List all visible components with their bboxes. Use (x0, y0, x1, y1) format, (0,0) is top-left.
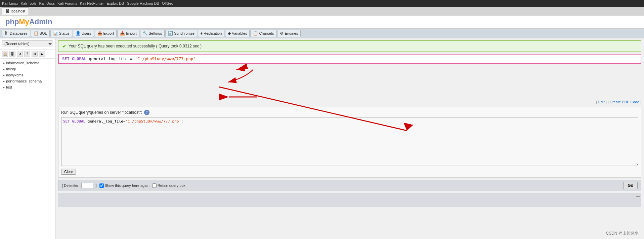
pma-main-content: ✔ Your SQL query has been executed succe… (55, 38, 644, 239)
collapse-btn[interactable]: — (636, 194, 640, 198)
sidebar-console-btn[interactable]: ▶ (39, 51, 45, 57)
sidebar-reload-btn[interactable]: ↺ (17, 51, 23, 57)
charsets-icon: 📋 (253, 31, 258, 36)
db-name-newyxcms: newyxcms (6, 73, 23, 77)
sidebar-db-newyxcms[interactable]: newyxcms (0, 72, 55, 78)
edit-link[interactable]: Edit (598, 100, 605, 104)
nav-databases-label: Databases (10, 31, 28, 35)
retain-query-checkbox[interactable] (152, 183, 157, 188)
query-help-button[interactable]: ? (144, 110, 149, 115)
sidebar-help-btn[interactable]: ? (24, 51, 30, 57)
users-icon: 👤 (76, 31, 81, 36)
db-name-test: test (6, 85, 12, 89)
sql-query-textarea[interactable] (61, 117, 638, 166)
export-icon: 📤 (97, 31, 102, 36)
nav-replication[interactable]: ♦ Replication (198, 30, 225, 37)
settings-icon: 🔧 (143, 31, 148, 36)
watermark: CSDN @山川绿水 (606, 231, 639, 236)
sidebar-db-test[interactable]: test (0, 84, 55, 90)
show-query-label: Show this query here again (105, 183, 149, 187)
query-section-title: Run SQL query/queries on server "localho… (61, 110, 638, 115)
replication-icon: ♦ (201, 31, 203, 36)
bookmark-kali-forums[interactable]: Kali Forums (57, 1, 77, 5)
sql-equals: = (130, 57, 135, 61)
browser-bookmarks-bar: Kali Linux Kali Tools Kali Docs Kali For… (0, 0, 644, 7)
query-title-text: Run SQL query/queries on server "localho… (61, 110, 142, 115)
success-message: ✔ Your SQL query has been executed succe… (58, 40, 641, 52)
nav-engines[interactable]: ⚙ Engines (277, 30, 301, 37)
variables-icon: ◆ (228, 31, 231, 36)
logo-admin: Admin (29, 18, 52, 26)
browser-tab-localhost[interactable]: 🗄 localhost (2, 7, 29, 15)
nav-export-label: Export (103, 31, 114, 35)
sidebar-db-performance-schema[interactable]: performance_schema (0, 78, 55, 84)
nav-charsets[interactable]: 📋 Charsets (250, 30, 276, 37)
annotation-arrow (58, 64, 641, 98)
sql-result-display: SET GLOBAL general_log_file = 'C:/phpStu… (58, 54, 641, 64)
tab-favicon: 🗄 (6, 9, 9, 13)
bookmark-google-hacking-db[interactable]: Google Hacking DB (127, 1, 159, 5)
nav-engines-label: Engines (285, 31, 298, 35)
retain-query-checkbox-label[interactable]: Retain query box (152, 183, 185, 188)
textarea-wrapper: SET GLOBAL general_log_file='C:/phpStudy… (61, 117, 638, 167)
nav-sql-label: SQL (40, 31, 47, 35)
sidebar-icon-row: 🏠 🗄 ↺ ? ⚙ ▶ (0, 49, 55, 59)
nav-synchronize[interactable]: 🔄 Synchronize (165, 30, 197, 37)
sidebar-db-btn[interactable]: 🗄 (9, 51, 15, 57)
pma-header: phpMyAdmin (0, 15, 644, 29)
bookmark-kali-nethunter[interactable]: Kali NetHunter (80, 1, 104, 5)
nav-import-label: Import (126, 31, 136, 35)
nav-users-label: Users (82, 31, 91, 35)
sql-display-area: SET GLOBAL general_log_file = 'C:/phpStu… (58, 54, 641, 99)
options-bar: [ Delimiter ] Show this query here again… (58, 180, 641, 191)
create-php-code-link[interactable]: Create PHP Code (610, 100, 639, 104)
pma-navigation: 🗄 Databases 📋 SQL 📊 Status 👤 Users 📤 Exp… (0, 29, 644, 38)
sidebar-db-mysql[interactable]: mysql (0, 66, 55, 72)
import-icon: 📥 (120, 31, 125, 36)
db-name-performance-schema: performance_schema (6, 79, 42, 83)
nav-databases[interactable]: 🗄 Databases (2, 30, 30, 37)
nav-users[interactable]: 👤 Users (73, 30, 94, 37)
sql-varname: general_log_file (89, 57, 128, 61)
retain-query-label: Retain query box (158, 183, 185, 187)
nav-status-label: Status (59, 31, 70, 35)
tab-label: localhost (11, 9, 25, 13)
tab-bar: 🗄 localhost (0, 7, 644, 15)
db-name-mysql: mysql (6, 67, 16, 71)
sidebar-top: (Recent tables) ... (0, 38, 55, 49)
bookmark-kali-tools[interactable]: Kali Tools (21, 1, 37, 5)
bookmark-exploit-db[interactable]: Exploit-DB (106, 1, 124, 5)
logo-my: My (19, 18, 29, 26)
sidebar-home-btn[interactable]: 🏠 (2, 51, 8, 57)
nav-status[interactable]: 📊 Status (50, 30, 72, 37)
delimiter-end: ] (96, 183, 97, 187)
nav-variables-label: Variables (232, 31, 247, 35)
engines-icon: ⚙ (280, 31, 284, 36)
sql-keyword-set-global: SET GLOBAL (62, 57, 86, 61)
logo-php: php (5, 18, 19, 26)
bottom-panel: — (58, 193, 641, 207)
delimiter-input[interactable] (81, 183, 93, 188)
pma-logo: phpMyAdmin (3, 17, 55, 27)
nav-charsets-label: Charsets (259, 31, 274, 35)
pma-content-area: (Recent tables) ... 🏠 🗄 ↺ ? ⚙ ▶ informat… (0, 38, 644, 239)
bookmark-kali-linux[interactable]: Kali Linux (2, 1, 18, 5)
sidebar-db-information-schema[interactable]: information_schema (0, 60, 55, 66)
synchronize-icon: 🔄 (168, 31, 173, 36)
sidebar-settings-btn[interactable]: ⚙ (32, 51, 38, 57)
nav-settings-label: Settings (149, 31, 162, 35)
go-button[interactable]: Go (623, 182, 638, 189)
clear-button[interactable]: Clear (61, 169, 76, 175)
nav-synchronize-label: Synchronize (174, 31, 195, 35)
recent-tables-select[interactable]: (Recent tables) ... (2, 40, 53, 47)
nav-variables[interactable]: ◆ Variables (225, 30, 250, 37)
bookmark-offsec[interactable]: OffSec (162, 1, 173, 5)
show-query-checkbox-label[interactable]: Show this query here again (99, 183, 149, 188)
nav-settings[interactable]: 🔧 Settings (140, 30, 165, 37)
bookmark-kali-docs[interactable]: Kali Docs (39, 1, 55, 5)
show-query-checkbox[interactable] (99, 183, 104, 188)
nav-import[interactable]: 📥 Import (117, 30, 139, 37)
nav-sql[interactable]: 📋 SQL (31, 30, 50, 37)
databases-icon: 🗄 (5, 31, 9, 36)
nav-export[interactable]: 📤 Export (95, 30, 117, 37)
